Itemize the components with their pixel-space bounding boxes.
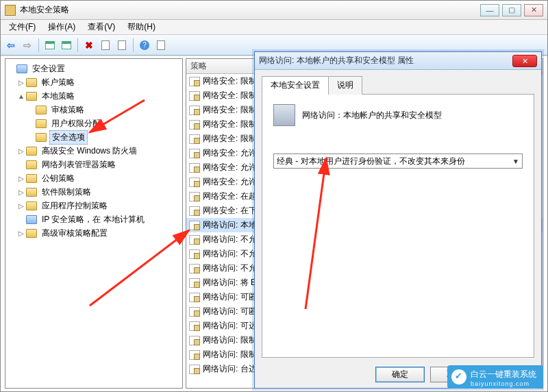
folder-icon [26,160,37,169]
folder-icon [36,106,47,114]
tree-account[interactable]: ▷帐户策略 [7,75,181,89]
policy-icon [189,221,200,230]
policy-header: 网络访问：本地帐户的共享和安全模型 [273,104,523,126]
dialog-close-button[interactable]: ✕ [512,55,537,67]
policy-icon [189,278,200,288]
policy-dropdown[interactable]: 经典 - 对本地用户进行身份验证，不改变其本来身份 ▼ [273,154,523,169]
menu-view[interactable]: 查看(V) [82,20,121,34]
tab-explain[interactable]: 说明 [328,76,362,95]
x-icon: ✖ [85,40,93,51]
tool-export[interactable] [114,38,129,53]
minimize-button[interactable]: — [480,4,499,16]
tree-options[interactable]: 安全选项 [7,130,181,144]
tool-delete[interactable]: ✖ [82,38,97,53]
dialog-body: 本地安全设置 说明 网络访问：本地帐户的共享和安全模型 经典 - 对本地用户进行… [255,70,541,360]
close-button[interactable]: ✕ [524,4,543,16]
tree-softres[interactable]: ▷软件限制策略 [7,185,181,199]
tree-root[interactable]: 安全设置 [7,62,181,75]
tree-rights[interactable]: 用户权限分配 [7,117,181,130]
separator [38,38,39,52]
policy-icon [189,149,200,158]
forward-button[interactable]: ⇨ [20,38,35,53]
help-icon: ? [140,40,149,50]
dialog-titlebar[interactable]: 网络访问: 本地帐户的共享和安全模型 属性 ✕ [255,52,541,70]
tool-refresh[interactable] [153,38,169,53]
policy-name: 网络访问：本地帐户的共享和安全模型 [302,110,442,121]
policy-icon [189,177,200,187]
tab-local-security[interactable]: 本地安全设置 [262,76,329,95]
folder-icon [26,78,37,87]
sheet-icon [101,40,110,50]
folder-icon [36,119,47,128]
titlebar: 本地安全策略 — ▢ ✕ [1,1,547,20]
tab-content: 网络访问：本地帐户的共享和安全模型 经典 - 对本地用户进行身份验证，不改变其本… [262,95,534,358]
menubar: 文件(F) 操作(A) 查看(V) 帮助(H) [1,20,547,35]
policy-icon [189,307,200,317]
tree-pane: 安全设置 ▷帐户策略 ▲本地策略 审核策略 用户权限分配 安全选项 ▷高级安全 … [5,58,183,389]
ok-button[interactable]: 确定 [375,367,425,382]
policy-icon [189,206,200,216]
policy-icon [189,336,200,345]
policy-icon [189,249,200,259]
dialog-title: 网络访问: 本地帐户的共享和安全模型 属性 [259,55,512,66]
policy-icon [189,91,200,101]
tool-up[interactable] [42,38,58,53]
folder-icon [26,201,37,210]
list-item-label: 网络安全: 限制 [203,90,257,101]
policy-icon [189,77,200,86]
folder-icon [36,133,47,142]
window-controls: — ▢ ✕ [480,4,543,16]
tree-advaudit[interactable]: ▷高级审核策略配置 [7,226,181,240]
chevron-down-icon: ▼ [512,158,519,165]
policy-icon [189,192,200,201]
watermark: 白云一键重装系统 baiyunxitong.com [447,365,543,389]
back-button[interactable]: ⇦ [3,38,18,53]
refresh-icon [157,40,165,50]
menu-file[interactable]: 文件(F) [3,20,41,34]
tool-props[interactable] [98,38,113,53]
tree-appctl[interactable]: ▷应用程序控制策略 [7,199,181,212]
policy-icon [189,293,200,302]
folder-icon [26,92,37,101]
policy-icon [189,321,200,331]
list-item-label: 网络安全: 限制 [203,75,257,87]
policy-icon [189,350,200,360]
shield-icon [16,64,27,73]
tree-firewall[interactable]: ▷高级安全 Windows 防火墙 [7,144,181,158]
nav-tree[interactable]: 安全设置 ▷帐户策略 ▲本地策略 审核策略 用户权限分配 安全选项 ▷高级安全 … [5,59,182,243]
folder-icon [26,188,37,197]
policy-icon [189,134,200,144]
tool-help[interactable]: ? [137,38,152,53]
export-icon [118,40,126,50]
menu-action[interactable]: 操作(A) [42,20,81,34]
policy-icon [189,120,200,130]
folder-icon [26,174,37,183]
properties-dialog: 网络访问: 本地帐户的共享和安全模型 属性 ✕ 本地安全设置 说明 网络访问：本… [254,51,542,389]
menu-help[interactable]: 帮助(H) [122,20,161,34]
computer-icon [273,104,295,126]
policy-icon [189,106,200,115]
list-item-label: 网络安全: 限制 [203,104,257,116]
tree-icon [62,41,71,49]
folder-icon [26,229,37,238]
app-icon [5,5,16,16]
tree-audit[interactable]: 审核策略 [7,103,181,117]
arrow-left-icon: ⇦ [7,40,15,51]
tree-netlist[interactable]: 网络列表管理器策略 [7,158,181,171]
maximize-button[interactable]: ▢ [502,4,521,16]
dialog-tabs: 本地安全设置 说明 [262,75,534,95]
policy-icon [189,163,200,173]
tree-ipsec[interactable]: IP 安全策略，在 本地计算机 [7,212,181,226]
tree-local[interactable]: ▲本地策略 [7,89,181,103]
watermark-url: baiyunxitong.com [471,380,536,387]
separator [77,38,78,52]
ip-icon [26,215,37,224]
arrow-right-icon: ⇨ [23,40,32,51]
tool-tree[interactable] [59,38,74,53]
policy-icon [189,235,200,245]
folder-up-icon [45,41,55,49]
tree-pubkey[interactable]: ▷公钥策略 [7,171,181,185]
dropdown-value: 经典 - 对本地用户进行身份验证，不改变其本来身份 [277,156,465,167]
list-item-label: 网络安全: 限制 [203,133,257,145]
separator [133,38,134,52]
